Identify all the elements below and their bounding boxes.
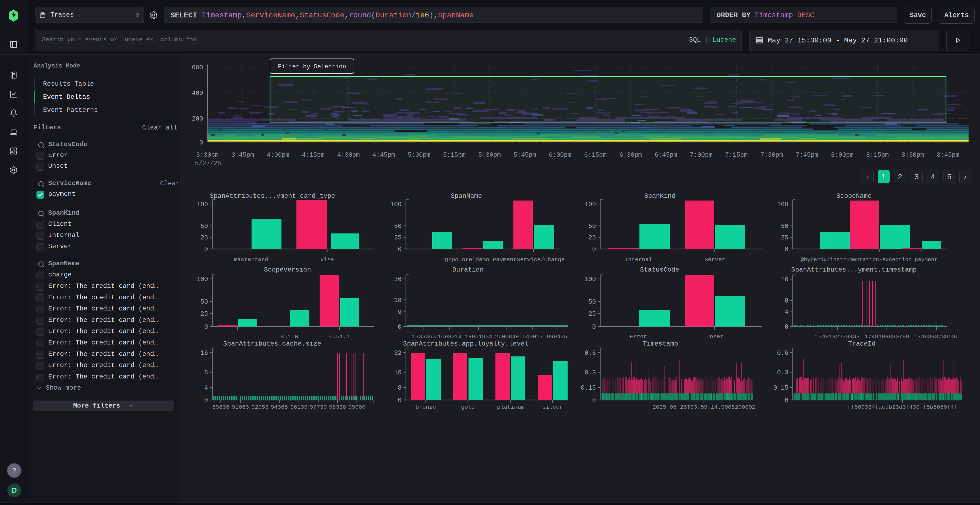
svg-text:5:30pm: 5:30pm (478, 152, 501, 159)
svg-text:8:45pm: 8:45pm (937, 152, 959, 159)
svg-text:99900: 99900 (348, 404, 365, 410)
svg-text:97730: 97730 (310, 404, 327, 410)
svg-text:7:00pm: 7:00pm (690, 152, 713, 159)
svg-text:0: 0 (204, 324, 208, 330)
svg-text:8: 8 (204, 369, 208, 376)
svg-text:25: 25 (588, 234, 596, 241)
svg-text:@hyperdx/instrumentation-excep: @hyperdx/instrumentation-exception (800, 257, 912, 263)
svg-text:Duration: Duration (452, 266, 484, 273)
svg-text:50: 50 (781, 223, 788, 230)
svg-text:grpc.oteldemo.PaymentService/C: grpc.oteldemo.PaymentService/Charge (445, 257, 565, 263)
svg-text:100: 100 (197, 276, 208, 283)
svg-text:4:15pm: 4:15pm (302, 152, 325, 159)
svg-text:5:15pm: 5:15pm (443, 152, 466, 159)
svg-text:2600849: 2600849 (495, 333, 519, 340)
svg-text:50: 50 (200, 223, 208, 230)
svg-text:6:15pm: 6:15pm (584, 152, 607, 159)
svg-text:2025-05-28T03:59:14.900820000Z: 2025-05-28T03:59:14.900820000Z (652, 404, 756, 410)
svg-text:4: 4 (204, 384, 208, 392)
svg-text:7:15pm: 7:15pm (725, 152, 748, 159)
svg-text:SpanAttributes.app.loyalty.lev: SpanAttributes.app.loyalty.level (403, 340, 529, 348)
svg-text:ff860334facdb23d3f430ff5b5050f: ff860334facdb23d3f430ff5b5050f4f (848, 404, 957, 410)
svg-text:25: 25 (781, 234, 788, 241)
svg-text:4:00pm: 4:00pm (267, 152, 290, 159)
svg-text:89835: 89835 (212, 404, 229, 410)
svg-text:4: 4 (784, 309, 788, 316)
svg-text:25: 25 (200, 310, 208, 318)
svg-text:Unset: Unset (706, 333, 723, 340)
svg-text:1698314: 1698314 (438, 333, 462, 340)
svg-text:gold: gold (461, 404, 475, 410)
svg-text:0.6: 0.6 (585, 349, 596, 357)
svg-text:25: 25 (200, 234, 208, 241)
svg-text:0.1.0: 0.1.0 (281, 333, 298, 340)
svg-text:16: 16 (394, 369, 401, 376)
svg-text:StatusCode: StatusCode (640, 266, 679, 273)
svg-text:SpanAttributes...yment.card_ty: SpanAttributes...yment.card_type (210, 192, 336, 200)
svg-text:4:30pm: 4:30pm (337, 152, 360, 159)
svg-text:Internal: Internal (625, 257, 652, 263)
svg-text:0: 0 (398, 324, 401, 330)
svg-text:999435: 999435 (547, 333, 567, 340)
svg-text:Timestamp: Timestamp (643, 340, 678, 348)
svg-text:0: 0 (204, 397, 208, 404)
svg-text:SpanKind: SpanKind (644, 192, 675, 200)
svg-text:0.15: 0.15 (581, 384, 596, 392)
svg-text:543017: 543017 (522, 333, 543, 340)
svg-text:25: 25 (588, 310, 596, 318)
svg-text:8:00pm: 8:00pm (831, 152, 853, 159)
svg-text:92953: 92953 (251, 404, 269, 410)
svg-text:36: 36 (394, 276, 401, 283)
svg-text:1333363: 1333363 (412, 333, 436, 340)
svg-text:98338: 98338 (329, 404, 346, 410)
svg-text:4:45pm: 4:45pm (372, 152, 395, 159)
svg-text:16: 16 (200, 349, 208, 357)
svg-text:ScopeVersion: ScopeVersion (264, 266, 311, 273)
svg-text:100: 100 (585, 201, 596, 208)
svg-text:8: 8 (398, 384, 401, 392)
svg-text:TraceId: TraceId (848, 340, 876, 348)
svg-text:5:45pm: 5:45pm (514, 152, 536, 159)
svg-text:200: 200 (192, 115, 203, 122)
svg-text:bronze: bronze (415, 404, 436, 410)
svg-text:payment: payment (915, 257, 937, 263)
svg-text:8: 8 (784, 297, 788, 305)
svg-text:100: 100 (197, 201, 208, 208)
svg-text:0: 0 (199, 139, 203, 146)
svg-text:Filter by Selection: Filter by Selection (278, 64, 346, 70)
svg-text:50: 50 (588, 223, 596, 230)
svg-text:16: 16 (781, 276, 788, 283)
svg-text:Server: Server (705, 257, 725, 263)
svg-text:91063: 91063 (232, 404, 249, 410)
svg-text:SpanName: SpanName (450, 192, 482, 200)
svg-text:ScopeName: ScopeName (836, 192, 872, 200)
svg-text:400: 400 (192, 90, 203, 97)
svg-text:6:30pm: 6:30pm (619, 152, 642, 159)
svg-text:0.6: 0.6 (777, 349, 788, 357)
svg-text:5:00pm: 5:00pm (408, 152, 430, 159)
svg-text:silver: silver (542, 404, 563, 410)
svg-text:9: 9 (398, 309, 401, 316)
svg-text:5/27/25: 5/27/25 (195, 160, 221, 167)
svg-text:Error: Error (630, 333, 647, 340)
svg-text:0: 0 (398, 397, 401, 404)
svg-text:50: 50 (394, 223, 401, 230)
svg-text:50: 50 (200, 299, 208, 306)
svg-text:6:45pm: 6:45pm (655, 152, 677, 159)
svg-text:0: 0 (784, 246, 788, 253)
svg-text:3:45pm: 3:45pm (231, 152, 254, 159)
svg-text:0.15: 0.15 (773, 384, 788, 392)
svg-text:6:00pm: 6:00pm (549, 152, 571, 159)
svg-text:94365: 94365 (270, 404, 288, 410)
svg-text:100: 100 (777, 201, 788, 208)
svg-text:1748192273433: 1748192273433 (815, 333, 860, 340)
svg-text:19961834: 19961834 (465, 333, 492, 340)
svg-text:100: 100 (390, 201, 401, 208)
svg-text:SpanAttributes...yment.timesta: SpanAttributes...yment.timestamp (791, 266, 917, 273)
svg-text:1748393738536: 1748393738536 (914, 333, 959, 340)
svg-text:0: 0 (204, 246, 208, 253)
svg-text:visa: visa (320, 257, 334, 263)
svg-text:32: 32 (394, 349, 401, 357)
svg-text:0: 0 (398, 246, 401, 253)
svg-text:50: 50 (588, 299, 596, 306)
